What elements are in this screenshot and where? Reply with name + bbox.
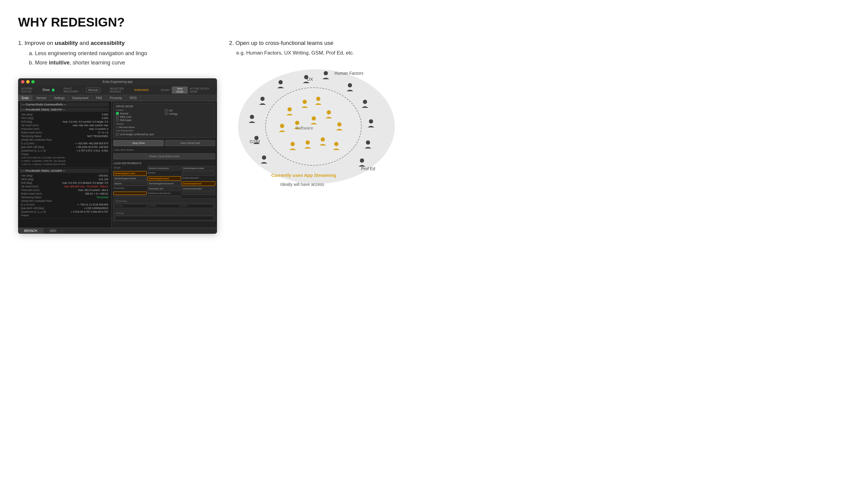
data-row: Protrusion (mm)max: 301.6 current: -364.… (21, 188, 109, 192)
screenshot: Endo Engineering app SYSTEM STATUS Drive… (18, 78, 217, 234)
inst-scope-val1: Generic-Ureteroscor (147, 166, 181, 170)
human-factors-label: Human Factors (335, 71, 364, 76)
wirelock-checkbox[interactable] (116, 116, 119, 118)
person-gold-3 (315, 97, 321, 105)
svg-point-16 (295, 121, 299, 125)
inst-feed-val3 (113, 192, 147, 195)
new-study-button[interactable]: New Study (172, 87, 188, 94)
panel-header-1: — Current Endo Command/Info — (21, 102, 109, 107)
rollinsert-checkbox[interactable] (116, 119, 119, 121)
sa-checkbox-row: S/A (165, 109, 213, 112)
selected-module-section: SELECTED MODULE Instrument (110, 87, 149, 93)
person-top-right-1 (322, 71, 329, 79)
sa-checkbox[interactable] (165, 109, 167, 112)
inst-sheath-val2: SterileAdapterSheath (113, 176, 147, 181)
points-list: 1. Improve on usability and accessibilit… (18, 38, 217, 67)
nav-tab-rfid[interactable]: RFID (126, 95, 141, 101)
nav-tab-deployment[interactable]: Deployment (69, 95, 92, 101)
person-right-1 (347, 83, 353, 91)
drive-mode-cols: Leader Normal Wire Lock (116, 109, 213, 136)
inst-tool-val3: SterileAdapterInstr (182, 181, 215, 186)
point-2: 2. Open up to cross-functional teams use (229, 38, 333, 47)
data-row: Yaw (deg)0.000 (21, 113, 109, 116)
sub-b-before: b. More (29, 60, 49, 66)
tensioning-sheath: Sheath (148, 204, 180, 208)
minimize-dot[interactable] (26, 80, 30, 84)
urology-checkbox[interactable] (165, 112, 167, 115)
point-2-after: teams use (306, 40, 334, 46)
sub-b-after: , shorter learning curve (70, 60, 125, 66)
fault-recovery-label: FAULT RECOVERY (64, 87, 84, 93)
svg-point-17 (312, 116, 316, 121)
inst-field-val2 (113, 195, 147, 197)
bottom-tab-bronch[interactable]: BRONCH (18, 228, 43, 234)
nav-tab-proximity[interactable]: Proximity (106, 95, 126, 101)
nav-tab-fms[interactable]: FMS (92, 95, 106, 101)
power-cycle-button[interactable]: Power Cycle Robot Arms (113, 153, 215, 159)
person-gold-11 (319, 137, 326, 145)
recover-button[interactable]: Recover (86, 88, 101, 93)
data-row: [yaw pitch roll] (deg)= 89.4164 40.6735 … (21, 145, 109, 149)
data-row: Robot Insert (mm)0 + 0 = 0 (21, 131, 109, 134)
wirelock-checkbox-row: Wire Lock (116, 116, 164, 119)
point-1: 1. Improve on usability and accessibilit… (18, 38, 217, 47)
system-status-label: SYSTEM STATUS (21, 87, 40, 93)
point-1-text-mid: and (78, 40, 91, 46)
inst-scope-val3: SterileAdapterLeade (113, 171, 147, 175)
data-row: -0.651747 -0.384218 -0.653913 829.974670 (21, 163, 109, 166)
maximize-dot[interactable] (31, 80, 35, 84)
uas-checkbox[interactable] (116, 133, 119, 135)
drive-label: Drive (42, 88, 50, 92)
inst-sheath-val3: SterileAdapterSheat (147, 176, 181, 181)
sub-point-a: a. Less engineering oriented navigation … (29, 49, 217, 58)
right-column: 2. Open up to cross-functional teams use… (229, 38, 416, 190)
inst-sheath-val1 (182, 171, 215, 175)
svg-point-3 (363, 100, 367, 104)
panel-subheader-sheath: — ProcModId: ENDO_SHEATH — (21, 107, 109, 112)
data-row: Roll (deg)max: 0.0 min: 0.0 current: 0.0… (21, 120, 109, 124)
leader-label: Leader (116, 109, 164, 111)
drive-mode-right: S/A Urology (165, 109, 213, 136)
bottom-tab-uro[interactable]: URO (43, 228, 62, 234)
normal-checkbox[interactable] (116, 112, 119, 115)
nav-tab-service[interactable]: Service (33, 95, 50, 101)
person-right-2 (362, 100, 368, 108)
person-left-1 (249, 115, 255, 123)
data-row: Protrusion (mm)max: 0 current: 0 (21, 127, 109, 131)
data-row: Pitch (deg)0.000 (21, 116, 109, 120)
data-row: Tensioning StatusTensioned (21, 195, 109, 199)
person-gold-12 (333, 142, 340, 150)
inst-field-val3 (147, 195, 181, 197)
person-gold-4 (279, 124, 285, 132)
person-gold-6 (310, 116, 317, 124)
nav-tab-settings[interactable]: Settings (50, 95, 69, 101)
data-row: Pitch (deg)-121.134 (21, 177, 109, 181)
tensioning-section: Tensioning Scope Sheath Belts (113, 198, 215, 209)
data-row: Frame: (21, 214, 109, 217)
page-title: WHY REDESIGN? (18, 15, 416, 30)
person-left-3 (261, 156, 267, 164)
sc-left-panel: — Current Endo Command/Info — — ProcModI… (18, 101, 112, 228)
close-dot[interactable] (21, 80, 24, 84)
drive-buttons-row: Stop Drive Start Virtual Rail (113, 140, 215, 146)
svg-point-19 (337, 122, 341, 127)
ux-label: UX (307, 76, 313, 82)
data-row: Tip Insert (mm)max: 868.965 min: -73 cur… (21, 185, 109, 188)
sub-b-bold: intuitive (49, 60, 70, 66)
adv-drive-label: □ Adv. Drive Button (113, 149, 215, 151)
inst-feed-val2: UroAccessSheaths (182, 187, 215, 191)
person-gold-2 (301, 100, 308, 108)
homing-section: Homing (113, 210, 215, 221)
nav-tab-endo[interactable]: Endo (18, 95, 33, 101)
data-row: Yaw (deg)-339.001 (21, 174, 109, 177)
start-virtual-button[interactable]: Start Virtual Rail (165, 140, 215, 146)
ideally-label: Ideally will have access (280, 182, 324, 187)
svg-point-14 (316, 97, 320, 101)
data-row: Quaternion [x, y, z, w]= 3.37e-05 0.707 … (21, 210, 109, 214)
drive-mode-left: Leader Normal Wire Lock (116, 109, 164, 136)
stop-drive-button[interactable]: Stop Drive (113, 140, 164, 146)
point-1-number: 1. (18, 40, 23, 46)
svg-point-4 (369, 119, 373, 124)
streaming-label: Currently uses App Streaming (271, 173, 336, 178)
svg-point-12 (287, 107, 292, 111)
